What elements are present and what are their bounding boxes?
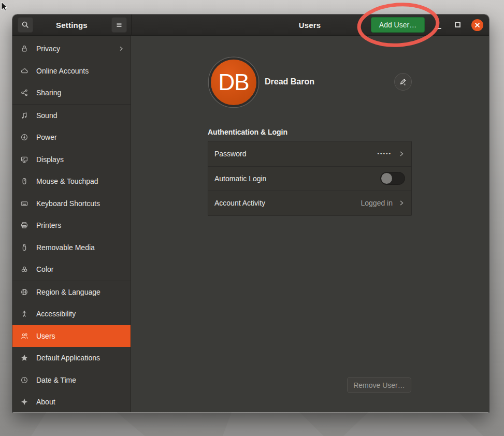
pencil-icon [399, 78, 407, 86]
sidebar-item-color[interactable]: Color [12, 258, 131, 281]
hamburger-menu-icon [115, 21, 123, 29]
mouse-icon [20, 177, 28, 185]
clock-icon [20, 376, 28, 384]
sidebar-item-keyboard-shortcuts[interactable]: Keyboard Shortcuts [12, 193, 131, 215]
sidebar: Privacy Online Accounts Sharing Sound Po… [12, 36, 131, 412]
chevron-right-icon [398, 150, 405, 157]
toggle-knob [381, 173, 392, 184]
minimize-button[interactable] [435, 28, 441, 29]
sidebar-item-displays[interactable]: Displays [12, 149, 131, 171]
sparkle-icon [20, 398, 28, 406]
users-panel: DB Dread Baron Authentication & Login Pa… [131, 36, 489, 412]
menu-button[interactable] [111, 17, 127, 33]
page-title: Users [248, 14, 372, 36]
mouse-cursor-icon [1, 2, 9, 13]
settings-window: Settings Users Add User… Privacy [12, 14, 489, 413]
sidebar-item-label: Sound [36, 111, 125, 120]
sidebar-item-label: Mouse & Touchpad [36, 177, 125, 185]
headerbar: Settings Users Add User… [12, 14, 489, 36]
sidebar-item-label: Sharing [36, 89, 125, 97]
sidebar-item-label: Accessibility [36, 310, 125, 318]
sidebar-item-date-time[interactable]: Date & Time [12, 369, 131, 391]
sidebar-item-privacy[interactable]: Privacy [12, 38, 131, 60]
sidebar-item-mouse-touchpad[interactable]: Mouse & Touchpad [12, 170, 131, 193]
auth-login-card: Password ••••• Automatic Login Account A… [208, 141, 412, 216]
account-activity-row[interactable]: Account Activity Logged in [208, 191, 411, 215]
sidebar-item-label: Removable Media [36, 243, 125, 252]
sidebar-item-about[interactable]: About [12, 391, 131, 412]
star-icon [20, 354, 28, 362]
sidebar-item-region-language[interactable]: Region & Language [12, 281, 131, 303]
sidebar-item-power[interactable]: Power [12, 126, 131, 149]
color-circles-icon [20, 265, 28, 273]
sidebar-item-removable-media[interactable]: Removable Media [12, 237, 131, 259]
sidebar-item-label: Displays [36, 155, 125, 164]
keyboard-icon [20, 199, 28, 208]
sidebar-item-label: Keyboard Shortcuts [36, 199, 125, 208]
users-icon [20, 332, 28, 340]
chevron-right-icon [118, 46, 124, 52]
sidebar-item-default-applications[interactable]: Default Applications [12, 347, 131, 369]
edit-name-button[interactable] [394, 73, 412, 91]
power-icon [20, 133, 28, 141]
sidebar-item-label: Power [36, 133, 125, 141]
sidebar-item-label: Privacy [36, 45, 110, 53]
close-button[interactable] [471, 19, 483, 31]
cloud-icon [20, 67, 28, 75]
accessibility-icon [20, 310, 28, 318]
music-note-icon [20, 111, 28, 120]
header-divider [131, 14, 132, 36]
sidebar-item-online-accounts[interactable]: Online Accounts [12, 60, 131, 82]
sidebar-item-printers[interactable]: Printers [12, 214, 131, 237]
sidebar-item-label: Region & Language [36, 288, 125, 296]
maximize-button[interactable] [455, 22, 460, 27]
chevron-right-icon [398, 199, 405, 207]
sidebar-item-label: Users [36, 332, 125, 340]
add-user-button[interactable]: Add User… [371, 17, 425, 33]
usb-drive-icon [20, 243, 28, 252]
account-activity-value: Logged in [361, 199, 393, 207]
globe-icon [20, 288, 28, 296]
password-dots: ••••• [377, 151, 392, 156]
sidebar-item-users[interactable]: Users [12, 325, 131, 347]
sidebar-item-sharing[interactable]: Sharing [12, 82, 131, 104]
sidebar-item-label: Online Accounts [36, 67, 125, 75]
automatic-login-toggle[interactable] [380, 172, 405, 185]
sidebar-item-label: Color [36, 265, 125, 273]
sidebar-item-label: Date & Time [36, 376, 125, 384]
row-label: Automatic Login [214, 175, 380, 183]
user-name: Dread Baron [265, 77, 314, 86]
lock-icon [20, 45, 28, 53]
row-label: Password [214, 150, 377, 158]
password-row[interactable]: Password ••••• [208, 141, 411, 166]
section-title: Authentication & Login [208, 128, 287, 136]
user-avatar[interactable]: DB [209, 57, 258, 107]
share-icon [20, 89, 28, 97]
sidebar-item-accessibility[interactable]: Accessibility [12, 303, 131, 325]
row-label: Account Activity [214, 199, 361, 207]
close-icon [474, 22, 480, 28]
sidebar-item-label: Default Applications [36, 354, 125, 362]
display-icon [20, 155, 28, 164]
sidebar-item-label: Printers [36, 221, 125, 229]
sidebar-item-sound[interactable]: Sound [12, 105, 131, 127]
printer-icon [20, 221, 28, 229]
sidebar-item-label: About [36, 398, 125, 406]
remove-user-button[interactable]: Remove User… [347, 377, 411, 393]
automatic-login-row: Automatic Login [208, 166, 411, 191]
